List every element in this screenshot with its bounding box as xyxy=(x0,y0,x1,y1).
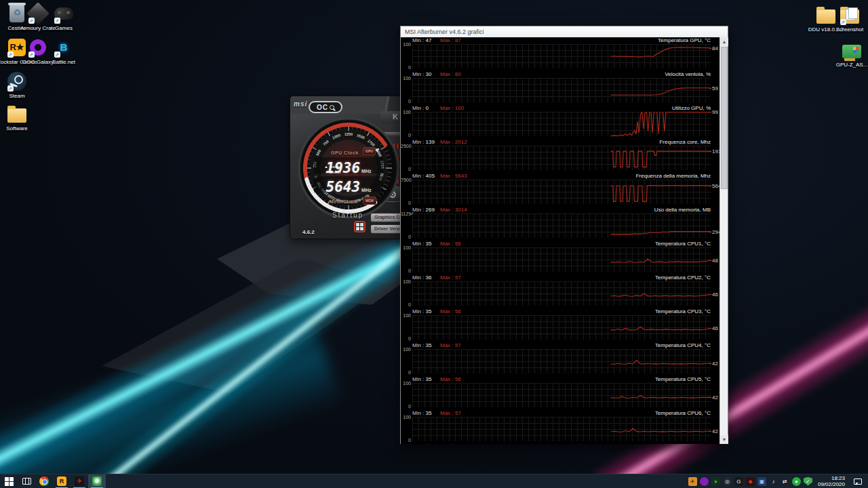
graph-max-value: Max : 56 xyxy=(440,308,461,314)
y-axis-top-label: 7500 xyxy=(401,178,411,182)
graph-panel-7[interactable]: Min : 35Max : 56Temperatura CPU1, °C1000… xyxy=(401,241,719,274)
graph-current-value: 99 xyxy=(712,109,718,115)
scroll-down-button[interactable]: ▼ xyxy=(720,435,728,444)
graph-panel-6[interactable]: Min : 269Max : 3014Uso della memoria, MB… xyxy=(401,207,719,241)
network-icon[interactable]: ⇄ xyxy=(781,477,789,486)
graph-min-value: Min : 35 xyxy=(412,376,431,382)
gpu-card-icon xyxy=(842,39,863,60)
graphs-area: Min : 47Max : 87Temperatura GPU, °C10008… xyxy=(401,37,728,444)
graph-panel-5[interactable]: Min : 405Max : 5643Frequenza della memor… xyxy=(401,173,719,207)
y-axis-bottom-label: 0 xyxy=(401,438,411,443)
messenger-tray-icon[interactable]: ● xyxy=(792,477,801,486)
y-axis-bottom-label: 0 xyxy=(401,370,411,375)
startup-windows-button[interactable] xyxy=(354,221,366,232)
graph-max-value: Max : 87 xyxy=(440,37,461,43)
armoury-tray-icon[interactable]: ◎ xyxy=(723,477,732,486)
y-axis-bottom-label: 0 xyxy=(401,235,411,239)
steam-icon: ↗ xyxy=(7,70,28,92)
chrome-taskbar[interactable] xyxy=(35,474,53,488)
graphs-scrollbar[interactable]: ▲ ▼ xyxy=(719,37,728,444)
desktop-icon-label: Screenshot xyxy=(828,26,868,33)
desktop-icon-battle-net[interactable]: B↗Battle.net xyxy=(42,37,85,65)
scroll-up-button[interactable]: ▲ xyxy=(720,37,728,46)
graph-panel-10[interactable]: Min : 35Max : 57Temperatura CPU4, °C1000… xyxy=(401,342,719,376)
graph-title: Temperatura CPU6, °C xyxy=(655,410,711,416)
graph-max-value: Max : 56 xyxy=(440,376,461,382)
afterburner-tray-icon[interactable]: ✈ xyxy=(688,477,697,486)
graph-panel-8[interactable]: Min : 36Max : 57Temperatura CPU2, °C1000… xyxy=(401,274,719,308)
desktop-icon-gpu-z[interactable]: GPU-Z_AS... xyxy=(830,39,868,68)
monitor-taskbar[interactable] xyxy=(88,474,106,488)
desktop-icon-software[interactable]: Software xyxy=(0,103,39,131)
graph-min-value: Min : 35 xyxy=(412,308,431,314)
y-axis-top-label: 100 xyxy=(401,415,411,420)
gog-tray-icon[interactable] xyxy=(700,477,709,486)
graph-max-value: Max : 2012 xyxy=(440,139,467,145)
graph-title: Temperatura GPU, °C xyxy=(658,37,711,43)
y-axis-bottom-label: 0 xyxy=(401,336,411,341)
wallpaper-beam xyxy=(0,302,343,488)
graph-panel-2[interactable]: Min : 30Max : 60Velocità ventola, %10005… xyxy=(401,71,719,105)
desktop-icon-label: GPU-Z_AS... xyxy=(830,62,868,68)
y-axis-bottom-label: 0 xyxy=(401,167,411,171)
xbox-tray-icon[interactable]: ● xyxy=(711,477,720,486)
desktop-icon-label: Software xyxy=(0,125,39,131)
defender-tray-icon[interactable]: ✓ xyxy=(804,477,812,486)
graph-panel-1[interactable]: Min : 47Max : 87Temperatura GPU, °C10008… xyxy=(401,37,719,71)
startup-label: Startup xyxy=(297,211,399,219)
graph-panel-3[interactable]: Min : 0Max : 100Utilizzo GPU, %100099 xyxy=(401,105,719,139)
graph-min-value: Min : 36 xyxy=(412,274,431,281)
wallpaper-wing-shape xyxy=(102,258,387,393)
svg-text:1250: 1250 xyxy=(344,132,353,136)
graph-title: Temperatura CPU4, °C xyxy=(655,342,711,348)
y-axis-top-label: 100 xyxy=(401,110,411,115)
audio-device-tray-icon[interactable]: ▣ xyxy=(757,477,766,486)
ghub-tray-icon[interactable]: G xyxy=(734,477,743,486)
shortcut-arrow-icon: ↗ xyxy=(7,85,14,92)
y-axis-top-label: 100 xyxy=(401,42,411,47)
action-center-button[interactable] xyxy=(850,474,865,488)
afterburner-taskbar[interactable]: ✈ xyxy=(71,474,88,488)
task-view-icon xyxy=(22,478,31,485)
graph-title: Temperatura CPU1, °C xyxy=(655,241,711,247)
graph-line xyxy=(412,112,711,136)
graph-title: Velocità ventola, % xyxy=(665,71,711,77)
graph-panel-12[interactable]: Min : 35Max : 57Temperatura CPU6, °C1000… xyxy=(401,410,719,444)
task-view-button[interactable] xyxy=(18,474,35,488)
volume-icon[interactable]: ♪ xyxy=(769,477,778,486)
y-axis-top-label: 11294 xyxy=(401,211,411,216)
graph-min-value: Min : 0 xyxy=(412,105,429,111)
start-button[interactable] xyxy=(0,474,18,488)
msi-logo: msi xyxy=(294,100,307,108)
y-axis-top-label: 2500 xyxy=(401,144,411,148)
folder-files-icon: ↗ xyxy=(840,4,861,25)
graph-panel-9[interactable]: Min : 35Max : 56Temperatura CPU3, °C1000… xyxy=(401,308,719,342)
y-axis-bottom-label: 0 xyxy=(401,404,411,409)
msi-tray-icon[interactable]: ◆ xyxy=(746,477,755,486)
graph-panel-4[interactable]: Min : 139Max : 2012Frequenza core, Mhz25… xyxy=(401,139,719,173)
graph-current-value: 42 xyxy=(712,361,718,367)
y-axis-bottom-label: 0 xyxy=(401,65,411,70)
graph-line xyxy=(412,78,711,102)
oc-scanner-button[interactable]: OC xyxy=(309,101,342,113)
graph-title: Frequenza core, Mhz xyxy=(659,139,711,145)
rockstar-taskbar[interactable]: R xyxy=(53,474,71,488)
graph-panel-11[interactable]: Min : 35Max : 56Temperatura CPU5, °C1000… xyxy=(401,376,719,410)
graph-max-value: Max : 5643 xyxy=(440,173,467,179)
svg-text:3750: 3750 xyxy=(344,200,353,204)
windows-logo-icon xyxy=(5,477,14,486)
taskbar-clock[interactable]: 18:23 09/02/2020 xyxy=(815,475,848,487)
shortcut-arrow-icon: ↗ xyxy=(28,52,35,58)
clock-gauge: 0250500750100012501500175020002250250075… xyxy=(297,117,400,220)
scrollbar-thumb[interactable] xyxy=(721,47,728,189)
desktop-icon-games[interactable]: ↗Games xyxy=(42,3,85,31)
chrome-icon xyxy=(39,476,49,486)
graph-line xyxy=(412,146,711,170)
graph-min-value: Min : 269 xyxy=(412,207,435,213)
graph-title: Temperatura CPU3, °C xyxy=(655,308,711,314)
graph-min-value: Min : 405 xyxy=(412,173,435,179)
desktop-icon-screenshot[interactable]: ↗Screenshot xyxy=(828,4,868,33)
graphs-window-titlebar[interactable]: MSI Afterburner v4.6.2 grafici xyxy=(401,26,728,37)
desktop-icon-steam[interactable]: ↗Steam xyxy=(0,70,39,99)
y-axis-top-label: 100 xyxy=(401,313,411,318)
